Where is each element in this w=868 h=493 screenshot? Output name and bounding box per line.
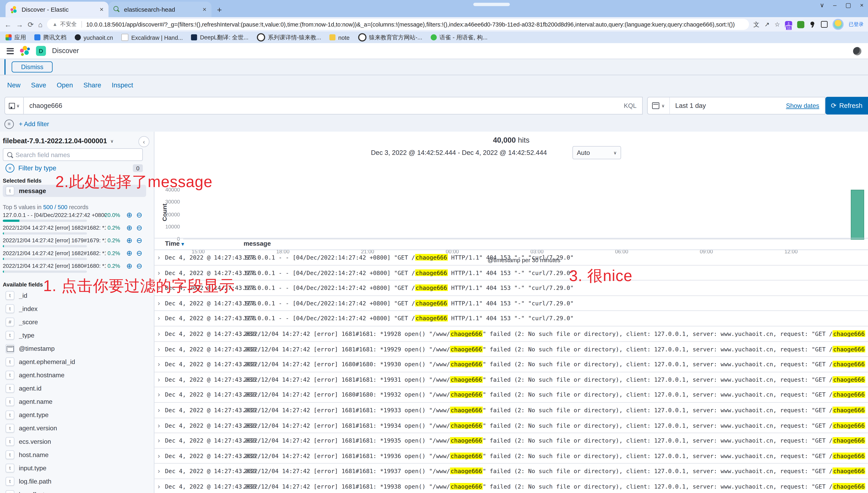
filter-by-type[interactable]: ≡ Filter by type 0 xyxy=(6,164,143,173)
table-row[interactable]: ›Dec 4, 2022 @ 14:27:43.0302022/12/04 14… xyxy=(154,418,868,433)
table-row[interactable]: ›Dec 4, 2022 @ 14:27:43.978127.0.0.1 - -… xyxy=(154,250,868,265)
space-badge[interactable]: D xyxy=(36,46,46,56)
search-field-names-input[interactable]: Search field names xyxy=(3,148,143,161)
expand-row-icon[interactable]: › xyxy=(158,376,160,383)
records-link[interactable]: 500 / 500 xyxy=(43,203,67,210)
forward-icon[interactable]: → xyxy=(16,21,23,28)
expand-row-icon[interactable]: › xyxy=(158,284,160,292)
menu-item-new[interactable]: New xyxy=(7,81,21,89)
query-language-toggle[interactable]: KQL xyxy=(624,102,636,109)
expand-row-icon[interactable]: › xyxy=(158,421,160,429)
new-tab-button[interactable]: + xyxy=(217,5,222,15)
field-row-host.name[interactable]: thost.name xyxy=(3,449,146,461)
field-row-_id[interactable]: t_id xyxy=(3,289,146,302)
filter-for-value-icon[interactable]: ⊕ xyxy=(126,262,132,270)
bookmark-item[interactable]: 语雀 - 用语雀, 构... xyxy=(431,34,488,41)
refresh-button[interactable]: ⟳ Refresh xyxy=(825,97,868,114)
close-window-icon[interactable]: × xyxy=(860,2,864,9)
expand-row-icon[interactable]: › xyxy=(158,360,160,368)
expand-row-icon[interactable]: › xyxy=(158,467,160,475)
menu-item-open[interactable]: Open xyxy=(57,81,73,89)
pin-icon[interactable] xyxy=(809,21,816,28)
column-message[interactable]: message xyxy=(244,240,271,247)
histogram-chart[interactable]: Count @timestamp per 30 minutes 01000020… xyxy=(154,158,868,240)
field-row-log.file.path[interactable]: tlog.file.path xyxy=(3,475,146,488)
window-menu-icon[interactable]: ∨ xyxy=(820,2,824,9)
table-row[interactable]: ›Dec 4, 2022 @ 14:27:43.978127.0.0.1 - -… xyxy=(154,296,868,311)
filter-out-value-icon[interactable]: ⊖ xyxy=(136,223,142,232)
selected-field-message[interactable]: t message xyxy=(3,185,146,197)
close-icon[interactable]: × xyxy=(100,6,104,14)
index-pattern-selector[interactable]: filebeat-7.9.1-2022.12.04-000001 ∨ ‹ xyxy=(3,137,137,145)
field-row-@timestamp[interactable]: @timestamp xyxy=(3,343,146,355)
table-row[interactable]: ›Dec 4, 2022 @ 14:27:43.0302022/12/04 14… xyxy=(154,357,868,372)
field-row-agent.id[interactable]: tagent.id xyxy=(3,382,146,394)
table-row[interactable]: ›Dec 4, 2022 @ 14:27:43.0302022/12/04 14… xyxy=(154,479,868,493)
menu-item-share[interactable]: Share xyxy=(83,81,101,89)
table-row[interactable]: ›Dec 4, 2022 @ 14:27:43.0302022/12/04 14… xyxy=(154,433,868,449)
bookmark-item[interactable]: yuchaoit.cn xyxy=(75,34,113,41)
tab-discover-elastic[interactable]: Discover - Elastic × xyxy=(6,2,108,17)
bookmark-star-icon[interactable]: ☆ xyxy=(774,21,780,28)
profile-avatar[interactable] xyxy=(833,19,844,30)
field-row-_type[interactable]: t_type xyxy=(3,329,146,342)
add-filter-link[interactable]: + Add filter xyxy=(19,121,49,127)
translate-icon[interactable]: 文 xyxy=(753,20,760,28)
filter-out-value-icon[interactable]: ⊖ xyxy=(136,249,142,257)
bookmark-item[interactable]: note xyxy=(329,34,350,41)
time-range-label[interactable]: Last 1 day xyxy=(675,102,706,110)
field-row-_score[interactable]: #_score xyxy=(3,316,146,328)
table-row[interactable]: ›Dec 4, 2022 @ 14:27:43.978127.0.0.1 - -… xyxy=(154,265,868,281)
filter-for-value-icon[interactable]: ⊕ xyxy=(126,249,132,257)
bookmark-item[interactable]: 猿来教育官方网站-... xyxy=(358,33,422,41)
extension-green-icon[interactable] xyxy=(797,21,805,28)
bookmark-item[interactable]: Excalidraw | Hand... xyxy=(121,34,183,41)
field-row-agent.version[interactable]: tagent.version xyxy=(3,422,146,434)
table-row[interactable]: ›Dec 4, 2022 @ 14:27:43.0302022/12/04 14… xyxy=(154,388,868,403)
extension-download-icon[interactable]: ⇩11 xyxy=(785,21,792,28)
field-row-ecs.version[interactable]: tecs.version xyxy=(3,435,146,448)
collapse-sidebar-icon[interactable]: ‹ xyxy=(138,136,149,147)
interval-select[interactable]: Auto ∨ xyxy=(572,146,621,159)
expand-row-icon[interactable]: › xyxy=(158,253,160,261)
expand-row-icon[interactable]: › xyxy=(158,315,160,322)
field-row-agent.type[interactable]: tagent.type xyxy=(3,409,146,421)
sidebar-toggle-icon[interactable] xyxy=(821,21,828,28)
expand-row-icon[interactable]: › xyxy=(158,345,160,353)
table-row[interactable]: ›Dec 4, 2022 @ 14:27:43.0302022/12/04 14… xyxy=(154,342,868,357)
bookmark-item[interactable]: 应用 xyxy=(6,34,26,41)
filter-out-value-icon[interactable]: ⊖ xyxy=(136,211,142,219)
back-icon[interactable]: ← xyxy=(4,21,12,28)
filter-for-value-icon[interactable]: ⊕ xyxy=(126,211,132,219)
bookmark-item[interactable]: DeepL翻译: 全世... xyxy=(191,34,248,41)
maximize-icon[interactable]: ▢ xyxy=(846,2,851,9)
table-row[interactable]: ›Dec 4, 2022 @ 14:27:43.0302022/12/04 14… xyxy=(154,449,868,464)
menu-item-save[interactable]: Save xyxy=(31,81,46,89)
url-input[interactable]: ▲ 不安全 10.0.0.18:5601/app/discover#/?_g=(… xyxy=(47,19,749,30)
saved-query-button[interactable]: ∨ xyxy=(4,97,24,114)
dismiss-button[interactable]: Dismiss xyxy=(12,62,53,72)
expand-row-icon[interactable]: › xyxy=(158,391,160,399)
tab-elasticsearch-head[interactable]: elasticsearch-head × xyxy=(108,2,211,17)
elastic-logo-icon[interactable] xyxy=(20,46,30,56)
expand-row-icon[interactable]: › xyxy=(158,299,160,307)
field-row-log.offset[interactable]: #log.offset xyxy=(3,489,146,493)
home-icon[interactable]: ⌂ xyxy=(38,21,43,28)
query-input[interactable]: chaoge666 KQL xyxy=(24,97,643,114)
close-icon[interactable]: × xyxy=(203,6,206,14)
expand-row-icon[interactable]: › xyxy=(158,483,160,490)
filter-out-value-icon[interactable]: ⊖ xyxy=(136,236,142,244)
bookmark-item[interactable]: 腾讯文档 xyxy=(34,34,66,41)
expand-row-icon[interactable]: › xyxy=(158,452,160,460)
field-row-agent.hostname[interactable]: tagent.hostname xyxy=(3,369,146,381)
table-row[interactable]: ›Dec 4, 2022 @ 14:27:43.978127.0.0.1 - -… xyxy=(154,311,868,326)
expand-row-icon[interactable]: › xyxy=(158,330,160,338)
histogram-bar[interactable] xyxy=(851,190,864,240)
expand-row-icon[interactable]: › xyxy=(158,406,160,414)
expand-row-icon[interactable]: › xyxy=(158,269,160,276)
url-text[interactable]: 10.0.0.18:5601/app/discover#/?_g=(filter… xyxy=(86,21,743,28)
filter-for-value-icon[interactable]: ⊕ xyxy=(126,236,132,244)
column-time[interactable]: Time ▾ xyxy=(165,240,184,247)
field-row-_index[interactable]: t_index xyxy=(3,303,146,315)
filter-for-value-icon[interactable]: ⊕ xyxy=(126,223,132,232)
